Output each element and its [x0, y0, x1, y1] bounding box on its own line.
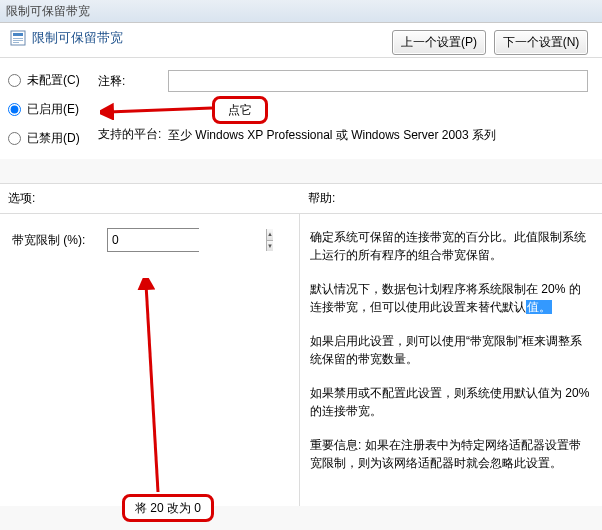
- comment-input[interactable]: [168, 70, 588, 92]
- svg-rect-1: [13, 33, 23, 36]
- radio-unconfigured[interactable]: 未配置(C): [8, 72, 98, 89]
- radio-disabled-input[interactable]: [8, 132, 21, 145]
- options-section-label: 选项:: [8, 191, 35, 205]
- help-pane: 确定系统可保留的连接带宽的百分比。此值限制系统上运行的所有程序的组合带宽保留。 …: [300, 214, 602, 506]
- help-section-label: 帮助:: [308, 191, 335, 205]
- radio-disabled-label: 已禁用(D): [27, 130, 80, 147]
- spinner-up-button[interactable]: ▲: [267, 229, 273, 241]
- svg-rect-4: [13, 42, 19, 43]
- radio-enabled-input[interactable]: [8, 103, 21, 116]
- help-paragraph-5: 重要信息: 如果在注册表中为特定网络适配器设置带宽限制，则为该网络适配器时就会忽…: [310, 436, 592, 472]
- help-paragraph-4: 如果禁用或不配置此设置，则系统使用默认值为 20% 的连接带宽。: [310, 384, 592, 420]
- section-bar: 选项: 帮助:: [0, 183, 602, 213]
- dialog-header: 限制可保留带宽 上一个设置(P) 下一个设置(N): [0, 23, 602, 58]
- svg-rect-3: [13, 40, 23, 41]
- svg-rect-2: [13, 38, 23, 39]
- help-paragraph-2: 默认情况下，数据包计划程序将系统限制在 20% 的连接带宽，但可以使用此设置来替…: [310, 280, 592, 316]
- bandwidth-limit-input[interactable]: [108, 229, 266, 251]
- policy-icon: [10, 30, 26, 46]
- next-setting-button[interactable]: 下一个设置(N): [494, 30, 588, 55]
- help-paragraph-1: 确定系统可保留的连接带宽的百分比。此值限制系统上运行的所有程序的组合带宽保留。: [310, 228, 592, 264]
- radio-unconfigured-input[interactable]: [8, 74, 21, 87]
- highlighted-text: 值。: [526, 300, 552, 314]
- bandwidth-limit-label: 带宽限制 (%):: [12, 232, 107, 249]
- radio-disabled[interactable]: 已禁用(D): [8, 130, 98, 147]
- radio-unconfigured-label: 未配置(C): [27, 72, 80, 89]
- platform-label: 支持的平台:: [98, 126, 168, 143]
- comment-label: 注释:: [98, 73, 168, 90]
- radio-enabled-label: 已启用(E): [27, 101, 79, 118]
- spinner-down-button[interactable]: ▼: [267, 241, 273, 252]
- window-titlebar: 限制可保留带宽: [0, 0, 602, 23]
- bandwidth-limit-spinner[interactable]: ▲ ▼: [107, 228, 199, 252]
- prev-setting-button[interactable]: 上一个设置(P): [392, 30, 486, 55]
- radio-enabled[interactable]: 已启用(E): [8, 101, 98, 118]
- dialog-title: 限制可保留带宽: [32, 29, 123, 47]
- platform-value: 至少 Windows XP Professional 或 Windows Ser…: [168, 125, 496, 144]
- help-paragraph-3: 如果启用此设置，则可以使用“带宽限制”框来调整系统保留的带宽数量。: [310, 332, 592, 368]
- options-pane: 带宽限制 (%): ▲ ▼: [0, 214, 300, 506]
- window-title-text: 限制可保留带宽: [6, 3, 90, 20]
